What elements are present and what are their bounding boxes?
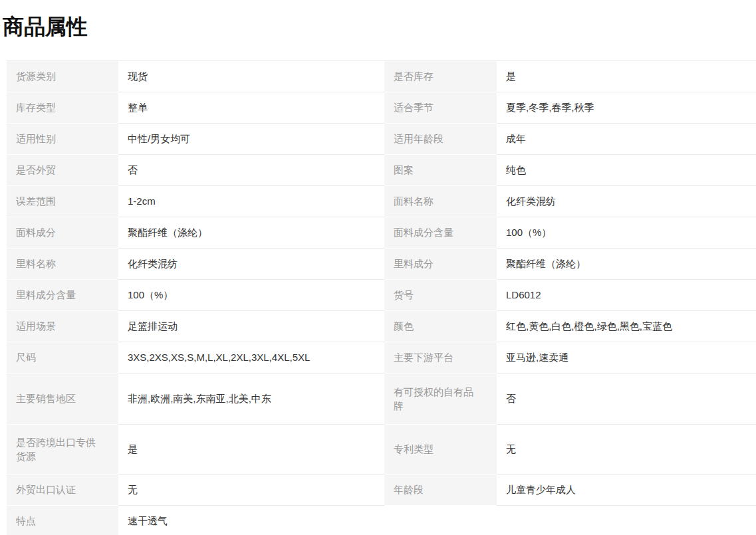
attribute-label: 是否跨境出口专供货源 bbox=[7, 425, 118, 475]
attribute-value: 聚酯纤维（涤纶） bbox=[118, 217, 384, 249]
attribute-label: 特点 bbox=[7, 506, 118, 535]
table-row: 是否跨境出口专供货源 是 专利类型 无 bbox=[7, 425, 756, 475]
table-row: 主要销售地区 非洲,欧洲,南美,东南亚,北美,中东 有可授权的自有品牌 否 bbox=[7, 374, 756, 425]
attribute-label: 里料成分含量 bbox=[7, 280, 118, 311]
table-row: 适用场景 足篮排运动 颜色 红色,黄色,白色,橙色,绿色,黑色,宝蓝色 bbox=[7, 311, 756, 342]
attribute-value: 现货 bbox=[118, 61, 384, 92]
attribute-label: 适用年龄段 bbox=[384, 124, 497, 155]
attribute-value: 否 bbox=[118, 155, 384, 186]
table-row: 误差范围 1-2cm 面料名称 化纤类混纺 bbox=[7, 186, 756, 217]
attribute-value: 亚马逊,速卖通 bbox=[497, 342, 756, 374]
attribute-value: 儿童青少年成人 bbox=[497, 475, 756, 506]
attribute-value: LD6012 bbox=[497, 280, 756, 311]
attribute-value: 无 bbox=[118, 475, 384, 506]
attribute-label: 年龄段 bbox=[384, 475, 497, 506]
attribute-value: 纯色 bbox=[497, 155, 756, 186]
attribute-label: 货号 bbox=[384, 280, 497, 311]
table-row: 库存类型 整单 适合季节 夏季,冬季,春季,秋季 bbox=[7, 92, 756, 124]
attribute-label: 外贸出口认证 bbox=[7, 475, 118, 506]
attribute-label: 是否库存 bbox=[384, 61, 497, 92]
attribute-value: 1-2cm bbox=[118, 186, 384, 217]
attribute-value: 红色,黄色,白色,橙色,绿色,黑色,宝蓝色 bbox=[497, 311, 756, 342]
attribute-value: 化纤类混纺 bbox=[497, 186, 756, 217]
table-row: 外贸出口认证 无 年龄段 儿童青少年成人 bbox=[7, 475, 756, 506]
attribute-value: 否 bbox=[497, 374, 756, 425]
attribute-label: 面料成分含量 bbox=[384, 217, 497, 249]
attribute-label bbox=[384, 506, 497, 535]
table-row: 是否外贸 否 图案 纯色 bbox=[7, 155, 756, 186]
table-row: 尺码 3XS,2XS,XS,S,M,L,XL,2XL,3XL,4XL,5XL 主… bbox=[7, 342, 756, 374]
attribute-label: 适合季节 bbox=[384, 92, 497, 124]
table-row: 里料成分含量 100（%） 货号 LD6012 bbox=[7, 280, 756, 311]
attribute-label: 图案 bbox=[384, 155, 497, 186]
attribute-value: 夏季,冬季,春季,秋季 bbox=[497, 92, 756, 124]
attribute-value: 是 bbox=[497, 61, 756, 92]
attribute-label: 颜色 bbox=[384, 311, 497, 342]
attribute-label: 误差范围 bbox=[7, 186, 118, 217]
attribute-label: 库存类型 bbox=[7, 92, 118, 124]
attribute-label: 面料名称 bbox=[384, 186, 497, 217]
attribute-label: 有可授权的自有品牌 bbox=[384, 374, 497, 425]
table-row: 货源类别 现货 是否库存 是 bbox=[7, 61, 756, 92]
attribute-value: 化纤类混纺 bbox=[118, 249, 384, 280]
attribute-value: 成年 bbox=[497, 124, 756, 155]
attribute-value: 中性/男女均可 bbox=[118, 124, 384, 155]
attribute-value bbox=[497, 506, 756, 535]
attribute-value: 非洲,欧洲,南美,东南亚,北美,中东 bbox=[118, 374, 384, 425]
attribute-value: 100（%） bbox=[497, 217, 756, 249]
attribute-value: 聚酯纤维（涤纶） bbox=[497, 249, 756, 280]
attribute-value: 足篮排运动 bbox=[118, 311, 384, 342]
attributes-table: 货源类别 现货 是否库存 是 库存类型 整单 适合季节 夏季,冬季,春季,秋季 … bbox=[7, 60, 756, 535]
attribute-value: 速干透气 bbox=[118, 506, 384, 535]
product-attributes-section: 商品属性 货源类别 现货 是否库存 是 库存类型 整单 适合季节 夏季,冬季,春… bbox=[0, 15, 756, 535]
attribute-label: 适用性别 bbox=[7, 124, 118, 155]
attribute-value: 3XS,2XS,XS,S,M,L,XL,2XL,3XL,4XL,5XL bbox=[118, 342, 384, 374]
attribute-label: 是否外贸 bbox=[7, 155, 118, 186]
attribute-label: 主要销售地区 bbox=[7, 374, 118, 425]
attribute-label: 里料成分 bbox=[384, 249, 497, 280]
attribute-label: 里料名称 bbox=[7, 249, 118, 280]
table-row: 特点 速干透气 bbox=[7, 506, 756, 535]
attribute-label: 尺码 bbox=[7, 342, 118, 374]
attribute-value: 无 bbox=[497, 425, 756, 475]
attribute-value: 100（%） bbox=[118, 280, 384, 311]
attribute-label: 主要下游平台 bbox=[384, 342, 497, 374]
attribute-label: 货源类别 bbox=[7, 61, 118, 92]
table-row: 面料成分 聚酯纤维（涤纶） 面料成分含量 100（%） bbox=[7, 217, 756, 249]
attribute-label: 面料成分 bbox=[7, 217, 118, 249]
attribute-label: 专利类型 bbox=[384, 425, 497, 475]
table-row: 适用性别 中性/男女均可 适用年龄段 成年 bbox=[7, 124, 756, 155]
page-title: 商品属性 bbox=[3, 15, 756, 39]
table-row: 里料名称 化纤类混纺 里料成分 聚酯纤维（涤纶） bbox=[7, 249, 756, 280]
attribute-label: 适用场景 bbox=[7, 311, 118, 342]
attribute-value: 是 bbox=[118, 425, 384, 475]
attribute-value: 整单 bbox=[118, 92, 384, 124]
